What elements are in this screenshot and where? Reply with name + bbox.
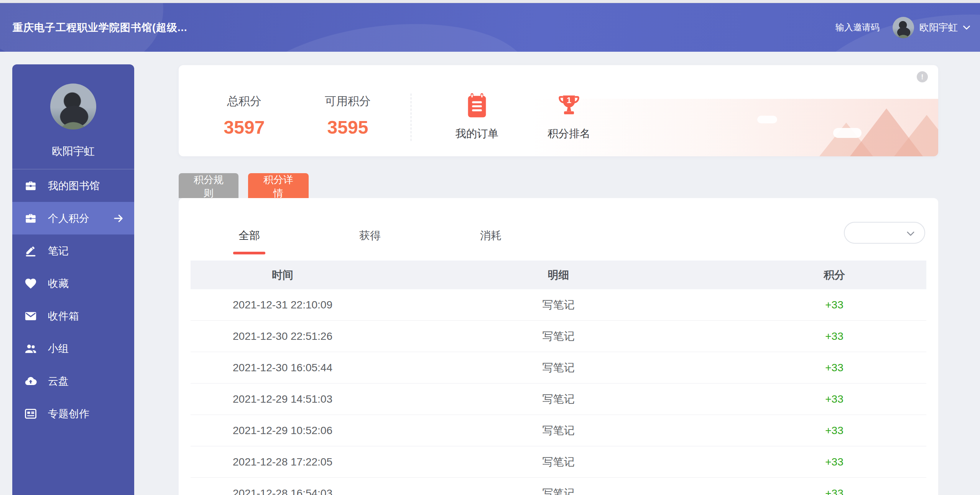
filter-tab-earned[interactable]: 获得	[359, 228, 381, 243]
sidebar-item-cloud-drive[interactable]: 云盘	[12, 365, 134, 397]
dashed-divider	[411, 93, 411, 141]
briefcase-icon	[24, 179, 38, 193]
row-detail: 写笔记	[375, 361, 742, 375]
table-row: 2021-12-28 16:54:03 写笔记 +33	[191, 478, 926, 495]
row-time: 2021-12-31 22:10:09	[191, 299, 375, 311]
filter-tabs: 全部 获得 消耗	[238, 228, 601, 243]
row-detail: 写笔记	[375, 455, 742, 469]
sidebar-item-label: 专题创作	[48, 407, 89, 421]
tab-points-rules[interactable]: 积分规则	[179, 173, 238, 198]
trophy-icon: 1	[538, 93, 600, 120]
briefcase-icon	[24, 211, 38, 225]
points-ranking-label: 积分排名	[538, 126, 600, 141]
sidebar-item-favorites[interactable]: 收藏	[12, 267, 134, 300]
row-detail: 写笔记	[375, 392, 742, 406]
points-ranking-button[interactable]: 1 积分排名	[538, 93, 600, 141]
arrow-right-icon	[113, 213, 124, 224]
info-icon[interactable]: !	[917, 71, 928, 82]
cloud-upload-icon	[24, 374, 38, 388]
cloud-decoration	[833, 128, 862, 138]
table-row: 2021-12-30 16:05:44 写笔记 +33	[191, 352, 926, 384]
row-points: +33	[742, 362, 926, 374]
heart-icon	[24, 277, 38, 290]
table-row: 2021-12-29 14:51:03 写笔记 +33	[191, 384, 926, 415]
sidebar-item-label: 我的图书馆	[48, 179, 100, 193]
invite-code-link[interactable]: 输入邀请码	[835, 21, 880, 33]
filter-tab-all[interactable]: 全部	[238, 228, 260, 243]
sidebar-avatar[interactable]	[50, 84, 96, 129]
row-points: +33	[742, 393, 926, 405]
column-header-time: 时间	[191, 268, 375, 282]
available-points-stat: 可用积分 3595	[311, 93, 384, 138]
header-wave-decoration	[231, 9, 536, 52]
points-table-body: 2021-12-31 22:10:09 写笔记 +33 2021-12-30 2…	[191, 289, 926, 495]
table-row: 2021-12-31 22:10:09 写笔记 +33	[191, 289, 926, 321]
row-detail: 写笔记	[375, 329, 742, 344]
clipboard-icon	[446, 93, 508, 120]
points-tabs: 积分规则 积分详情	[179, 173, 309, 198]
sidebar-item-groups[interactable]: 小组	[12, 332, 134, 365]
sidebar-item-inbox[interactable]: 收件箱	[12, 300, 134, 332]
sidebar-item-label: 云盘	[48, 374, 69, 388]
sidebar-item-label: 收件箱	[48, 309, 79, 323]
available-points-label: 可用积分	[311, 93, 384, 109]
row-detail: 写笔记	[375, 298, 742, 312]
sidebar-item-my-library[interactable]: 我的图书馆	[12, 169, 134, 202]
sidebar-item-topic-creation[interactable]: 专题创作	[12, 397, 134, 430]
sidebar-item-label: 收藏	[48, 277, 69, 290]
sidebar-item-label: 个人积分	[48, 211, 89, 225]
row-points: +33	[742, 299, 926, 311]
column-header-detail: 明细	[375, 268, 742, 282]
sidebar-item-personal-points[interactable]: 个人积分	[12, 202, 134, 234]
row-detail: 写笔记	[375, 486, 742, 495]
tab-points-details[interactable]: 积分详情	[248, 173, 309, 198]
table-row: 2021-12-30 22:51:26 写笔记 +33	[191, 321, 926, 352]
row-time: 2021-12-30 16:05:44	[191, 362, 375, 374]
total-points-label: 总积分	[208, 93, 281, 109]
my-orders-label: 我的订单	[446, 126, 508, 141]
sidebar-nav: 我的图书馆 个人积分 笔记 收藏 收件箱	[12, 169, 134, 430]
sidebar: 欧阳宇虹 我的图书馆 个人积分 笔记 收藏	[12, 64, 134, 495]
my-orders-button[interactable]: 我的订单	[446, 93, 508, 141]
row-detail: 写笔记	[375, 423, 742, 438]
chevron-down-icon[interactable]	[962, 23, 972, 33]
row-time: 2021-12-28 16:54:03	[191, 487, 375, 495]
table-header: 时间 明细 积分	[191, 261, 926, 289]
row-time: 2021-12-30 22:51:26	[191, 330, 375, 343]
sidebar-username: 欧阳宇虹	[12, 144, 134, 159]
mail-icon	[24, 309, 38, 323]
row-points: +33	[742, 330, 926, 343]
points-summary-card: ! 总积分 3597 可用积分 3595 我的订单 1 积分排名	[179, 65, 938, 156]
points-detail-panel: 全部 获得 消耗 时间 明细 积分 2021-12-31 22:10:09 写笔…	[179, 198, 938, 495]
row-points: +33	[742, 487, 926, 495]
window-top-strip	[0, 0, 980, 3]
pencil-icon	[24, 244, 38, 258]
total-points-value: 3597	[208, 117, 281, 138]
total-points-stat: 总积分 3597	[208, 93, 281, 138]
column-header-points: 积分	[742, 268, 926, 282]
row-time: 2021-12-29 14:51:03	[191, 393, 375, 405]
header-avatar[interactable]	[893, 17, 914, 38]
chevron-down-icon	[905, 228, 916, 239]
header-user-area: 输入邀请码 欧阳宇虹	[835, 3, 972, 52]
sidebar-item-notes[interactable]: 笔记	[12, 234, 134, 267]
table-row: 2021-12-29 10:52:06 写笔记 +33	[191, 415, 926, 446]
app-header: 重庆电子工程职业学院图书馆(超级... 输入邀请码 欧阳宇虹	[0, 3, 980, 52]
row-points: +33	[742, 456, 926, 468]
group-icon	[24, 342, 38, 356]
row-points: +33	[742, 425, 926, 437]
pyramid-decoration	[894, 115, 938, 156]
header-username[interactable]: 欧阳宇虹	[919, 21, 958, 34]
svg-text:1: 1	[567, 95, 571, 105]
filter-select[interactable]	[844, 222, 925, 244]
article-icon	[24, 407, 38, 421]
filter-tab-spent[interactable]: 消耗	[480, 228, 502, 243]
sidebar-item-label: 笔记	[48, 244, 69, 258]
sidebar-item-label: 小组	[48, 342, 69, 356]
row-time: 2021-12-28 17:22:05	[191, 456, 375, 468]
page-title: 重庆电子工程职业学院图书馆(超级...	[13, 3, 187, 52]
cloud-decoration	[757, 116, 777, 123]
available-points-value: 3595	[311, 117, 384, 138]
row-time: 2021-12-29 10:52:06	[191, 425, 375, 437]
table-row: 2021-12-28 17:22:05 写笔记 +33	[191, 446, 926, 478]
